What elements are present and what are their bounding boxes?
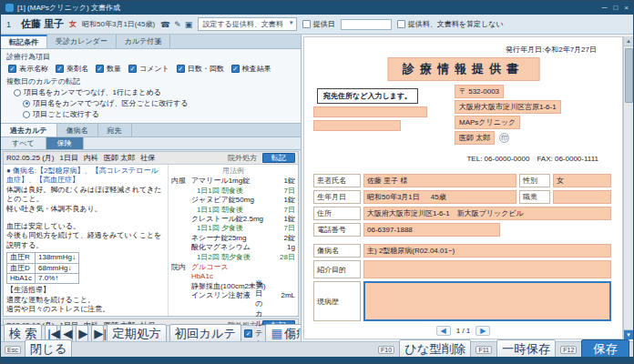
esc-keycap: Esc xyxy=(5,346,21,354)
tab-transfer-conditions[interactable]: 転記条件 xyxy=(1,35,47,48)
app-icon xyxy=(5,4,14,12)
rx-usage: 1日2回 朝夕食後28日 xyxy=(191,253,295,262)
periodic-rx-button[interactable]: 定期処方 xyxy=(107,324,166,342)
lock-icon[interactable]: ▣ xyxy=(185,20,193,29)
patient-birth-field[interactable]: 昭和50年3月1日 45歳 xyxy=(363,190,516,204)
patient-sex-field[interactable]: 女 xyxy=(553,174,611,187)
tab-visit-calendar[interactable]: 受診カレンダー xyxy=(47,35,117,48)
lab-item: グルコース xyxy=(191,263,295,272)
filter-all[interactable]: すべて xyxy=(1,137,46,149)
provide-date-input[interactable] xyxy=(341,19,392,30)
radio-option-joined[interactable]: 項目名をカンマでつなげ、1行にまとめる xyxy=(14,87,295,97)
karte-note: 軽い吐き気・体調不良あり。 xyxy=(6,205,165,214)
karte-card-header[interactable]: R02.05.25 (月) 1日目 内科 医師 太郎 社保 院外処方 転記 xyxy=(4,152,298,165)
rx-item: ジャヌビア錠50mg1錠 xyxy=(191,196,295,205)
checkbox-quantity[interactable]: ✓数量 xyxy=(96,64,121,74)
app-window: [1] (MAPsクリニック) 文書作成 ─ □ × 1 佐藤 里子 女 昭和5… xyxy=(0,0,634,364)
no-fee-checkbox[interactable]: 提供料、文書料を算定しない xyxy=(397,19,504,29)
checkbox-icon xyxy=(302,20,311,28)
function-key-bar: Esc 閉じる F10 ひな型削除 F11 一時保存 F12 保存 xyxy=(1,341,633,357)
fee-document-select[interactable]: 設定する提供料、文書料 xyxy=(198,17,296,31)
check-icon: ✓ xyxy=(96,65,104,73)
karte-note xyxy=(6,214,165,222)
karte-date: R02.05.25 (月) xyxy=(6,153,54,163)
minimize-button[interactable]: ─ xyxy=(602,4,608,12)
karte-tabs: 過去カルテ 傷病名 宛先 xyxy=(1,124,301,137)
patient-job-field[interactable] xyxy=(553,190,611,204)
scroll-thumb[interactable] xyxy=(625,48,633,103)
guide-note: 過労や日々のストレスに注意。 xyxy=(6,305,165,314)
vitals-table: 血圧R138mmHg↓ 血圧D68mmHg↓ HbA1c7.0%↑ xyxy=(6,252,79,284)
checkbox-display-name[interactable]: ✓表示名称 xyxy=(8,64,48,74)
first-karte-button[interactable]: 初回カルテ xyxy=(169,324,242,342)
maximize-button[interactable]: □ xyxy=(613,4,618,12)
prev-page-icon[interactable]: ◀ xyxy=(436,326,451,336)
close-button[interactable]: × xyxy=(624,4,629,12)
show-today-checkbox[interactable]: ✓ 当日のカルテを表示する xyxy=(244,278,262,341)
diagnosis-line: ●傷病名:【2型糖尿病】、【高コレステロール血症】、【高血圧症】 xyxy=(6,167,165,186)
scroll-down-icon[interactable]: ▼ xyxy=(624,329,634,339)
karte-dept: 内科 xyxy=(84,153,98,163)
multi-day-title: 複数日のカルテの転記 xyxy=(6,76,295,86)
provide-date-checkbox[interactable]: 提供日 xyxy=(302,19,335,29)
tab-karte-note[interactable]: カルテ付箋 xyxy=(117,35,171,48)
checkbox-days-times[interactable]: ✓日数・回数 xyxy=(177,64,224,74)
patient-address-field[interactable]: 大阪府大阪市淀川区1-6-1 新大阪ブリックビル xyxy=(363,207,611,220)
scroll-up-icon[interactable]: ▲ xyxy=(624,36,634,46)
karte-note: 血圧は安定している。 xyxy=(6,222,165,231)
f12-keycap: F12 xyxy=(560,346,577,354)
clinic-postal[interactable]: 〒 532-0003 xyxy=(455,85,504,98)
tab-past-karte[interactable]: 過去カルテ xyxy=(1,124,57,136)
filter-insurance[interactable]: 保険 xyxy=(46,137,84,149)
clinic-doctor[interactable]: 医師 太郎 xyxy=(455,131,495,145)
field-label: 傷病名 xyxy=(313,244,361,258)
transfer-condition-panel: 診療行為項目 ✓表示名称 ✓薬剤名 ✓数量 ✓コメント ✓日数・回数 ✓検査結果… xyxy=(1,49,301,124)
next-page-button[interactable]: ▶ xyxy=(76,325,88,341)
next-page-icon[interactable]: ▶ xyxy=(476,326,490,336)
fee-select-label: 設定する提供料、文書料 xyxy=(202,20,282,28)
patient-name-field[interactable]: 佐藤 里子 様 xyxy=(363,174,516,187)
rx-usage: 1日1回 朝食後7日 xyxy=(191,206,295,215)
patient-info-table: 患者氏名 佐藤 里子 様 性別 女 生年月日 昭和50年3月1日 45歳 職業 xyxy=(313,174,611,321)
referral-purpose-field[interactable] xyxy=(363,260,611,278)
window-title: [1] (MAPsクリニック) 文書作成 xyxy=(17,3,120,13)
clinic-address[interactable]: 大阪府大阪市淀川区宮原1-6-1 xyxy=(455,100,561,114)
preview-scrollbar[interactable]: ▲ ▼ xyxy=(623,36,633,339)
patient-birthdate: 昭和50年3月1日(45歳) xyxy=(82,19,155,29)
patient-tel-field[interactable]: 06-6397-1888 xyxy=(363,223,500,237)
window-bottom-edge xyxy=(1,357,633,363)
checkbox-lab-results[interactable]: ✓検査結果 xyxy=(231,64,271,74)
act-item-checkboxes: ✓表示名称 ✓薬剤名 ✓数量 ✓コメント ✓日数・回数 ✓検査結果 xyxy=(8,64,295,74)
transfer-button[interactable]: 転記 xyxy=(262,153,295,163)
tab-recipient[interactable]: 宛先 xyxy=(98,124,132,136)
patient-bar: 1 佐藤 里子 女 昭和50年3月1日(45歳) ☎ ✎ ▣ 設定する提供料、文… xyxy=(1,15,633,35)
last-page-button[interactable]: ▶| xyxy=(91,325,104,341)
checkbox-drug-name[interactable]: ✓薬剤名 xyxy=(56,64,88,74)
karte-note: 体調は良好。脚のむくみはほぼ軽減されてきたとのこと。 xyxy=(6,186,165,205)
tab-diagnosis[interactable]: 傷病名 xyxy=(57,124,98,136)
present-illness-field[interactable] xyxy=(363,281,611,321)
radio-option-break-by-item[interactable]: 項目ごとに改行する xyxy=(23,109,295,119)
radio-option-break-by-group[interactable]: 項目名をカンマでつなげ、区分ごとに改行する xyxy=(23,98,295,108)
checkbox-icon xyxy=(397,20,405,28)
provide-date-label: 提供日 xyxy=(313,19,335,29)
page-indicator: 1 / 1 xyxy=(456,327,471,335)
recipient-name-field[interactable] xyxy=(313,120,401,131)
left-panel: 転記条件 受診カレンダー カルテ付箋 診療行為項目 ✓表示名称 ✓薬剤名 ✓数量… xyxy=(1,35,302,341)
field-label: 職業 xyxy=(519,190,550,204)
memo-icon[interactable]: ✎ xyxy=(174,20,181,29)
diagnosis-field[interactable]: 主) 2型糖尿病(R02.04.01~) xyxy=(363,244,611,258)
checkbox-comment[interactable]: ✓コメント xyxy=(128,64,169,74)
phone-icon[interactable]: ☎ xyxy=(160,20,170,29)
document-page: 発行年月日:令和2年7月27日 診療情報提供書 宛先住所など入力します。 〒 5… xyxy=(303,36,623,339)
check-icon: ✓ xyxy=(8,65,16,73)
karte-rx-type: 院外処方 xyxy=(228,153,257,163)
page-navigator: ◀ 1 / 1 ▶ xyxy=(436,326,491,336)
patient-gender: 女 xyxy=(69,19,77,29)
lab-block: 院内 グルコース HbA1c 静脈採血(100cm2未満) インスリン注射液2m… xyxy=(171,263,295,301)
lab-item: 静脈採血(100cm2未満) xyxy=(191,282,295,291)
diagnosis-button[interactable]: ▦傷病名 xyxy=(265,324,302,342)
rx-item: ネシーナ錠25mg2錠 xyxy=(191,234,295,243)
clinic-name[interactable]: MAPsクリニック xyxy=(455,116,520,129)
recipient-address-field[interactable] xyxy=(313,106,427,117)
